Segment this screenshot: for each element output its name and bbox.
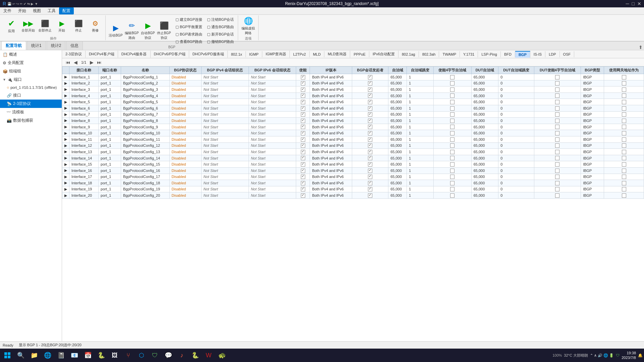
row-dut-en4byte[interactable]	[534, 74, 581, 80]
row-en4byte[interactable]	[433, 149, 471, 155]
use-gw-checkbox[interactable]	[622, 75, 626, 79]
en4byte-checkbox[interactable]	[450, 87, 454, 92]
use-gw-checkbox[interactable]	[622, 143, 626, 148]
initiator-checkbox[interactable]	[368, 193, 372, 198]
row-enabled[interactable]	[296, 192, 310, 199]
enabled-checkbox[interactable]	[301, 112, 305, 117]
col-asn[interactable]: 自治域	[388, 67, 407, 74]
row-initiator[interactable]	[352, 99, 388, 105]
use-gw-checkbox[interactable]	[622, 193, 626, 198]
stop-bgp-button[interactable]: ⬛ 停止BGP协议	[156, 21, 172, 41]
row-en4byte[interactable]	[433, 161, 471, 168]
app2-taskbar-button[interactable]: W	[203, 349, 215, 361]
dut-en4byte-checkbox[interactable]	[555, 156, 559, 160]
row-dut-en4byte[interactable]	[534, 111, 581, 118]
dut-en4byte-checkbox[interactable]	[555, 125, 559, 129]
enabled-checkbox[interactable]	[301, 169, 305, 173]
row-enabled[interactable]	[296, 180, 310, 186]
sidebar-item-packet-capture[interactable]: 📸 数据包捕获	[0, 116, 62, 125]
tab-config-nav[interactable]: 配置导航	[1, 41, 26, 50]
initiator-checkbox[interactable]	[368, 187, 372, 191]
proto-tab-isis[interactable]: IS-IS	[530, 51, 545, 57]
row-use-gw[interactable]	[604, 86, 644, 93]
en4byte-checkbox[interactable]	[450, 169, 454, 173]
col-bgp-type[interactable]: BGP类型	[581, 67, 604, 74]
enabled-checkbox[interactable]	[301, 106, 305, 111]
proto-tab-8021ag[interactable]: 802.1ag	[398, 51, 419, 57]
row-use-gw[interactable]	[604, 142, 644, 149]
enabled-checkbox[interactable]	[301, 131, 305, 135]
enabled-checkbox[interactable]	[301, 156, 305, 160]
enabled-checkbox[interactable]	[301, 81, 305, 85]
initiator-checkbox[interactable]	[368, 162, 372, 167]
git-taskbar-button[interactable]: ⑂	[122, 349, 134, 361]
apply-button[interactable]: ✔ 应用	[3, 16, 19, 36]
proto-tab-twamp[interactable]: TWAMP	[439, 51, 460, 57]
table-row[interactable]: ▶Interface_5port_1BgpProtocolConfig_5Dis…	[62, 99, 644, 105]
row-use-gw[interactable]	[604, 180, 644, 186]
initiator-checkbox[interactable]	[368, 181, 372, 185]
col-bgp-ipv4[interactable]: BGP IPv4 会话组状态	[201, 67, 249, 74]
table-row[interactable]: ▶Interface_2port_1BgpProtocolConfig_2Dis…	[62, 80, 644, 86]
row-dut-en4byte[interactable]	[534, 99, 581, 105]
dut-en4byte-checkbox[interactable]	[555, 106, 559, 111]
enabled-checkbox[interactable]	[301, 87, 305, 92]
proto-tab-osf[interactable]: OSF	[560, 51, 575, 57]
row-enabled[interactable]	[296, 155, 310, 161]
col-name[interactable]: 名称	[121, 67, 170, 74]
initiator-checkbox[interactable]	[368, 131, 372, 135]
proto-tab-bfd[interactable]: BFD	[501, 51, 515, 57]
row-initiator[interactable]	[352, 174, 388, 180]
sidebar-item-chassis-group[interactable]: 📦 组端组	[0, 67, 62, 75]
table-row[interactable]: ▶Interface_10port_1BgpProtocolConfig_10D…	[62, 130, 644, 136]
en4byte-checkbox[interactable]	[450, 119, 454, 123]
initiator-checkbox[interactable]	[368, 100, 372, 104]
table-row[interactable]: ▶Interface_1port_1BgpProtocolConfig_1Dis…	[62, 74, 644, 80]
run-all-button[interactable]: ▶▶ 全部开始	[20, 16, 36, 36]
en4byte-checkbox[interactable]	[450, 162, 454, 167]
next-page-button[interactable]: ▶	[89, 60, 95, 65]
initiator-checkbox[interactable]	[368, 119, 372, 123]
col-dut-hop[interactable]: DUT自治域跳变	[498, 67, 534, 74]
row-initiator[interactable]	[352, 93, 388, 99]
files-taskbar-button[interactable]: 📁	[28, 349, 40, 361]
enabled-checkbox[interactable]	[301, 175, 305, 179]
table-row[interactable]: ▶Interface_18port_1BgpProtocolConfig_18D…	[62, 180, 644, 186]
en4byte-checkbox[interactable]	[450, 106, 454, 111]
row-dut-en4byte[interactable]	[534, 130, 581, 136]
initiator-checkbox[interactable]	[368, 87, 372, 92]
down-arrow-icon[interactable]: ▼	[35, 2, 38, 6]
row-dut-en4byte[interactable]	[534, 136, 581, 142]
row-dut-en4byte[interactable]	[534, 174, 581, 180]
table-row[interactable]: ▶Interface_4port_1BgpProtocolConfig_4Dis…	[62, 93, 644, 99]
row-initiator[interactable]	[352, 167, 388, 174]
dut-en4byte-checkbox[interactable]	[555, 181, 559, 185]
row-enabled[interactable]	[296, 130, 310, 136]
row-dut-en4byte[interactable]	[534, 80, 581, 86]
row-en4byte[interactable]	[433, 142, 471, 149]
enabled-checkbox[interactable]	[301, 193, 305, 198]
dut-en4byte-checkbox[interactable]	[555, 143, 559, 148]
proto-tab-dhcpv6server[interactable]: DHCPv6/PD服务端	[189, 51, 228, 58]
pass-bgp-route-button[interactable]: ▢ 通告BGP路由	[205, 23, 236, 31]
dut-en4byte-checkbox[interactable]	[555, 100, 559, 104]
row-en4byte[interactable]	[433, 74, 471, 80]
table-row[interactable]: ▶Interface_3port_1BgpProtocolConfig_3Dis…	[62, 86, 644, 93]
menu-file[interactable]: 文件	[0, 7, 15, 14]
row-initiator[interactable]	[352, 118, 388, 124]
row-initiator[interactable]	[352, 74, 388, 80]
use-gw-checkbox[interactable]	[622, 125, 626, 129]
row-enabled[interactable]	[296, 86, 310, 93]
tab-stats2[interactable]: 统计2	[47, 41, 66, 50]
row-initiator[interactable]	[352, 155, 388, 161]
initiator-checkbox[interactable]	[368, 75, 372, 79]
dut-en4byte-checkbox[interactable]	[555, 94, 559, 98]
music-taskbar-button[interactable]: ♪	[176, 349, 188, 361]
use-gw-checkbox[interactable]	[622, 187, 626, 191]
table-row[interactable]: ▶Interface_7port_1BgpProtocolConfig_7Dis…	[62, 111, 644, 118]
en4byte-checkbox[interactable]	[450, 112, 454, 117]
row-use-gw[interactable]	[604, 167, 644, 174]
row-enabled[interactable]	[296, 149, 310, 155]
en4byte-checkbox[interactable]	[450, 75, 454, 79]
enabled-checkbox[interactable]	[301, 143, 305, 148]
